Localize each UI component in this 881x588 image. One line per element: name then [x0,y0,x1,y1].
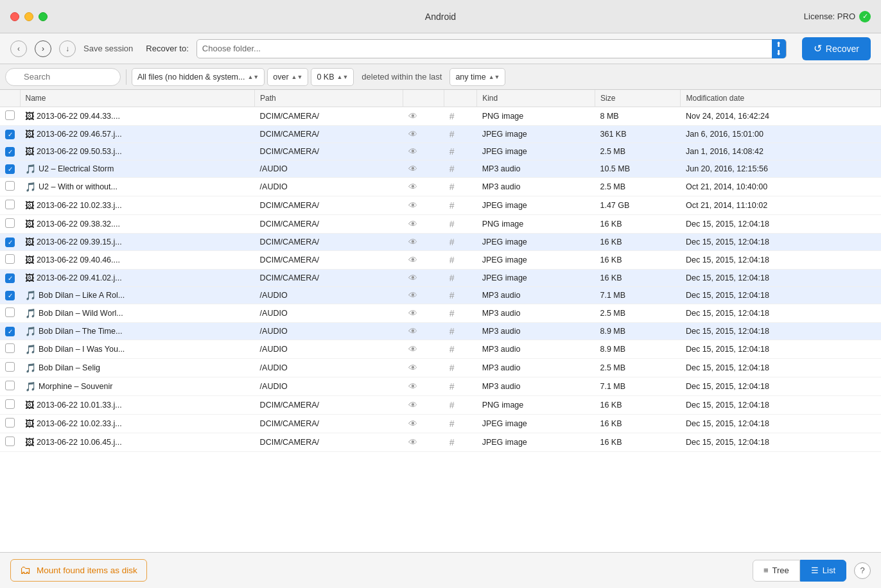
close-button[interactable] [10,12,19,21]
row-checkbox-cell[interactable] [0,178,20,196]
row-checkbox-cell[interactable] [0,340,20,359]
row-checkbox-cell[interactable] [0,377,20,396]
row-checkbox-cell[interactable] [0,215,20,234]
hash-icon[interactable]: # [449,164,455,174]
eye-icon[interactable]: 👁 [408,129,417,139]
list-view-button[interactable]: ☰ List [800,560,846,582]
save-session-button[interactable]: Save session [83,44,133,53]
eye-icon[interactable]: 👁 [408,326,417,336]
hash-icon[interactable]: # [449,308,455,318]
hash-icon[interactable]: # [449,255,455,265]
row-checkbox-cell[interactable] [0,396,20,415]
mount-button[interactable]: 🗂 Mount found items as disk [10,559,147,582]
row-hash[interactable]: # [444,340,477,359]
row-eye[interactable]: 👁 [403,107,444,126]
row-eye[interactable]: 👁 [403,323,444,340]
recover-button[interactable]: ↺ Recover [802,37,871,60]
row-hash[interactable]: # [444,377,477,396]
row-checkbox-cell[interactable] [0,433,20,452]
row-checkbox[interactable] [5,399,15,409]
row-hash[interactable]: # [444,126,477,143]
row-checkbox[interactable]: ✓ [5,130,15,139]
row-checkbox-cell[interactable]: ✓ [0,270,20,287]
eye-icon[interactable]: 👁 [408,400,417,410]
hash-icon[interactable]: # [449,200,455,211]
forward-button[interactable]: › [35,40,51,57]
row-checkbox[interactable] [5,343,15,353]
row-checkbox-cell[interactable] [0,359,20,377]
row-checkbox[interactable] [5,200,15,209]
download-button[interactable]: ↓ [59,40,76,57]
row-checkbox[interactable]: ✓ [5,273,15,283]
eye-icon[interactable]: 👁 [408,363,417,373]
row-checkbox[interactable] [5,418,15,428]
row-checkbox[interactable] [5,254,15,264]
row-checkbox-cell[interactable] [0,107,20,126]
eye-icon[interactable]: 👁 [408,344,417,354]
eye-icon[interactable]: 👁 [408,182,417,192]
row-checkbox[interactable]: ✓ [5,238,15,247]
row-hash[interactable]: # [444,433,477,452]
hash-icon[interactable]: # [449,111,455,121]
eye-icon[interactable]: 👁 [408,381,417,392]
row-eye[interactable]: 👁 [403,234,444,251]
row-hash[interactable]: # [444,143,477,160]
folder-select[interactable]: Choose folder... ⬆⬇ [196,39,787,58]
minimize-button[interactable] [24,12,33,21]
row-eye[interactable]: 👁 [403,178,444,196]
hash-icon[interactable]: # [449,363,455,373]
row-eye[interactable]: 👁 [403,304,444,323]
eye-icon[interactable]: 👁 [408,200,417,211]
row-hash[interactable]: # [444,215,477,234]
eye-icon[interactable]: 👁 [408,111,417,121]
row-eye[interactable]: 👁 [403,126,444,143]
hash-icon[interactable]: # [449,381,455,392]
hash-icon[interactable]: # [449,182,455,192]
eye-icon[interactable]: 👁 [408,164,417,174]
row-checkbox[interactable]: ✓ [5,164,15,174]
size-value-filter[interactable]: 0 KB ▲▼ [311,68,354,86]
row-hash[interactable]: # [444,251,477,270]
row-checkbox[interactable] [5,437,15,446]
row-checkbox[interactable] [5,218,15,228]
eye-icon[interactable]: 👁 [408,237,417,247]
hash-icon[interactable]: # [449,237,455,247]
time-filter[interactable]: any time ▲▼ [449,68,505,86]
row-checkbox-cell[interactable] [0,304,20,323]
row-hash[interactable]: # [444,178,477,196]
row-checkbox-cell[interactable]: ✓ [0,234,20,251]
row-eye[interactable]: 👁 [403,143,444,160]
folder-arrow-icon[interactable]: ⬆⬇ [772,39,786,58]
row-checkbox-cell[interactable]: ✓ [0,126,20,143]
row-hash[interactable]: # [444,304,477,323]
hash-icon[interactable]: # [449,326,455,336]
help-button[interactable]: ? [854,562,871,579]
row-checkbox[interactable] [5,381,15,390]
row-hash[interactable]: # [444,160,477,178]
row-hash[interactable]: # [444,287,477,304]
file-type-filter[interactable]: All files (no hidden & system... ▲▼ [132,68,265,86]
row-checkbox-cell[interactable]: ✓ [0,287,20,304]
search-input[interactable] [5,68,121,86]
row-checkbox[interactable] [5,110,15,120]
hash-icon[interactable]: # [449,344,455,354]
row-hash[interactable]: # [444,323,477,340]
row-eye[interactable]: 👁 [403,270,444,287]
row-checkbox-cell[interactable]: ✓ [0,160,20,178]
row-eye[interactable]: 👁 [403,396,444,415]
eye-icon[interactable]: 👁 [408,290,417,300]
hash-icon[interactable]: # [449,129,455,139]
row-checkbox-cell[interactable]: ✓ [0,143,20,160]
hash-icon[interactable]: # [449,290,455,300]
row-hash[interactable]: # [444,196,477,215]
row-eye[interactable]: 👁 [403,251,444,270]
row-hash[interactable]: # [444,396,477,415]
row-checkbox-cell[interactable] [0,196,20,215]
eye-icon[interactable]: 👁 [408,419,417,429]
tree-view-button[interactable]: ≡ Tree [753,560,800,582]
hash-icon[interactable]: # [449,219,455,229]
row-eye[interactable]: 👁 [403,340,444,359]
row-eye[interactable]: 👁 [403,433,444,452]
row-hash[interactable]: # [444,107,477,126]
row-hash[interactable]: # [444,270,477,287]
